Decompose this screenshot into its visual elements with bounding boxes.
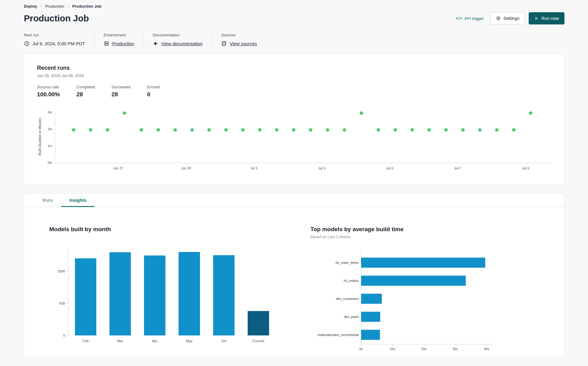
models-by-month-title: Models built by month	[49, 226, 286, 233]
docs-icon	[153, 41, 158, 46]
recent-runs-title: Recent runs	[37, 65, 551, 71]
top-models-section: Top models by average build time Based o…	[310, 226, 531, 353]
settings-button[interactable]: ⚙ Settings	[490, 12, 525, 24]
code-icon: </>	[456, 16, 462, 20]
x-category-label: Apr	[152, 339, 157, 343]
stat-success-rate: Success rate 100.00%	[37, 85, 60, 98]
x-tick-label: Jul 1	[250, 166, 257, 170]
page: Deploy › Production › Production Job Pro…	[0, 0, 588, 366]
stat-completed: Completed 28	[76, 85, 95, 98]
meta-sources: Sources View sources	[212, 33, 266, 46]
run-duration-point	[241, 128, 245, 131]
x-tick-label: 10s	[390, 347, 395, 351]
x-category-label: Current	[253, 339, 264, 343]
models-by-month-section: Models built by month 05001000FebMarAprM…	[49, 226, 286, 353]
run-duration-point	[140, 128, 143, 131]
run-duration-point	[360, 111, 363, 115]
environment-link[interactable]: Production	[112, 41, 134, 46]
recent-runs-card: Recent runs Jun 25, 2024–Jul 09, 2024 Su…	[24, 54, 564, 185]
model-label: fct_order_items	[335, 261, 359, 264]
model-bar	[361, 312, 380, 322]
tabbar: Runs Insights	[24, 194, 564, 207]
job-detail-card: Runs Insights Models built by month 0500…	[24, 193, 564, 356]
model-bar	[361, 330, 380, 340]
database-icon	[221, 41, 227, 46]
x-tick-label: 20s	[421, 347, 427, 351]
environment-icon	[104, 41, 109, 46]
x-tick-label: 0s	[359, 347, 363, 351]
run-duration-point	[173, 128, 177, 131]
x-category-label: Feb	[83, 339, 89, 343]
run-duration-point	[292, 128, 295, 131]
run-duration-point	[461, 128, 465, 131]
month-bar	[179, 252, 200, 335]
run-duration-point	[394, 128, 397, 131]
run-now-label: Run now	[542, 16, 559, 21]
x-category-label: Jun	[221, 339, 227, 343]
x-tick-label: Jul 5	[386, 166, 393, 170]
month-bar	[213, 255, 235, 336]
page-title: Production Job	[24, 13, 89, 24]
breadcrumb-item-deploy[interactable]: Deploy	[24, 4, 37, 9]
run-duration-point	[495, 128, 498, 131]
environment-label: Environment	[104, 33, 134, 37]
build-duration-chart-wrap: Build Duration in Minutes0m1m2m3mJun 27J…	[37, 105, 551, 178]
settings-label: Settings	[503, 16, 519, 21]
y-tick-label: 1000	[57, 269, 65, 273]
stat-errored: Errored 0	[147, 85, 160, 98]
api-trigger-link[interactable]: </> API trigger	[456, 16, 484, 21]
y-axis-label: Build Duration in Minutes	[38, 118, 42, 155]
view-sources-link[interactable]: View sources	[230, 41, 257, 46]
run-duration-point	[478, 128, 482, 131]
x-category-label: Mar	[117, 339, 123, 343]
chevron-right-icon: ›	[40, 4, 42, 9]
x-tick-label: 30s	[453, 347, 458, 351]
view-documentation-link[interactable]: View documentation	[161, 41, 202, 46]
tab-runs[interactable]: Runs	[34, 194, 61, 207]
y-tick-label: 500	[59, 301, 65, 305]
run-duration-point	[377, 128, 380, 131]
model-bar	[361, 258, 485, 268]
run-duration-point	[72, 128, 75, 131]
run-duration-point	[512, 128, 516, 131]
month-bar	[75, 258, 96, 335]
y-tick-label: 0	[63, 334, 65, 337]
play-icon	[534, 16, 539, 21]
stat-succeeded: Succeeded 28	[111, 85, 131, 98]
x-tick-label: Jun 27	[113, 166, 123, 170]
title-row: Production Job </> API trigger ⚙ Setting…	[0, 9, 588, 24]
run-duration-point	[326, 128, 329, 131]
next-run-value: Jul 9, 2024, 5:00 PM PDT	[32, 41, 85, 46]
documentation-label: Documentation	[153, 33, 202, 37]
x-tick-label: 40s	[484, 347, 489, 351]
model-label: dim_customers	[336, 297, 359, 301]
month-bar	[144, 256, 165, 335]
tab-insights[interactable]: Insights	[61, 194, 95, 207]
x-tick-label: Jul 9	[522, 166, 529, 170]
meta-environment: Environment Production	[94, 33, 143, 46]
breadcrumb-item-production[interactable]: Production	[45, 4, 64, 9]
run-duration-point	[123, 111, 126, 115]
meta-documentation: Documentation View documentation	[143, 33, 212, 46]
run-duration-point	[444, 128, 448, 131]
model-label: fct_orders	[344, 279, 359, 283]
y-tick-label: 3m	[48, 110, 52, 114]
run-duration-point	[224, 128, 228, 131]
top-models-title: Top models by average build time	[310, 226, 531, 233]
run-duration-point	[190, 128, 194, 131]
y-tick-label: 1m	[48, 144, 52, 148]
top-models-subtitle: Based on Last 2 Weeks	[310, 235, 531, 239]
run-duration-point	[427, 128, 431, 131]
run-now-button[interactable]: Run now	[529, 12, 564, 24]
breadcrumb: Deploy › Production › Production Job	[0, 0, 588, 9]
run-duration-point	[529, 111, 532, 115]
model-label: dim_parts	[344, 315, 359, 319]
y-tick-label: 0m	[48, 161, 52, 165]
x-tick-label: Jul 7	[454, 166, 461, 170]
run-duration-point	[106, 128, 109, 131]
next-run-label: Next run	[24, 33, 85, 37]
run-duration-point	[157, 128, 160, 131]
run-duration-point	[309, 128, 312, 131]
build-duration-chart: Build Duration in Minutes0m1m2m3mJun 27J…	[37, 105, 551, 176]
model-bar	[361, 294, 382, 304]
